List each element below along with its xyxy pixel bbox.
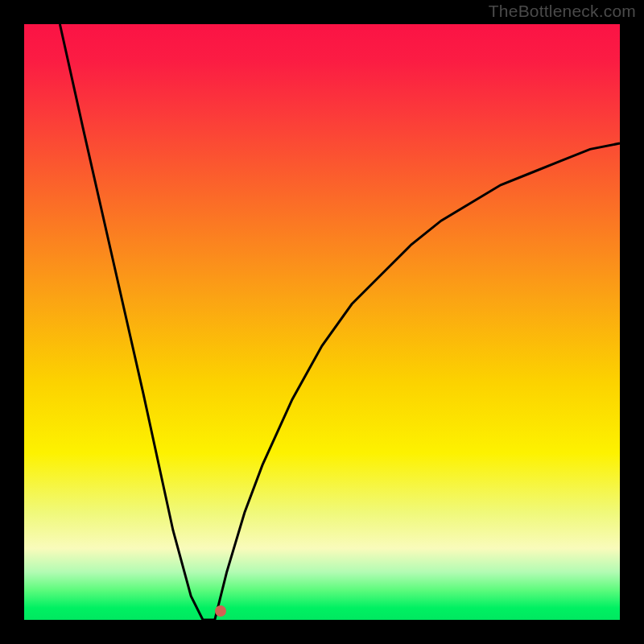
- chart-frame: TheBottleneck.com: [0, 0, 644, 644]
- plot-area: [24, 24, 620, 620]
- bottleneck-curve: [24, 24, 620, 620]
- attribution-text: TheBottleneck.com: [489, 2, 636, 21]
- curve-right-branch: [215, 143, 620, 620]
- curve-left-branch: [60, 24, 214, 620]
- minimum-marker: [215, 605, 226, 617]
